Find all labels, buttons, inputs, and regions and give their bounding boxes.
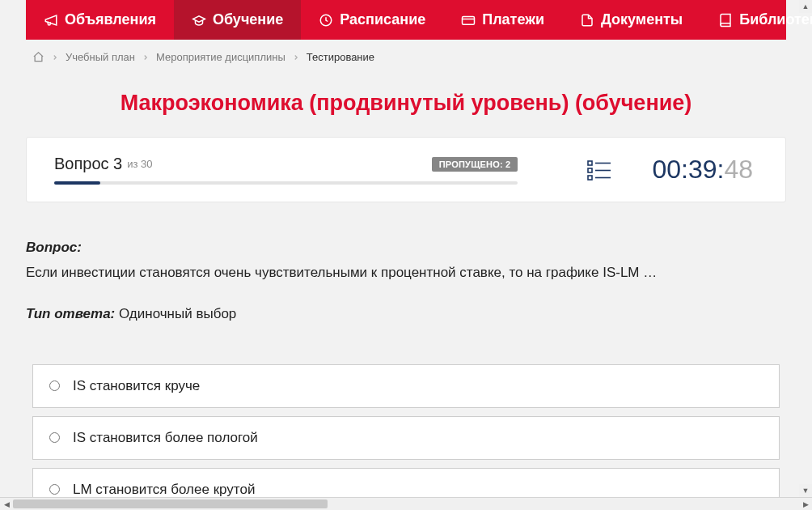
answer-type-label: Тип ответа: (26, 306, 115, 321)
svg-rect-4 (588, 176, 592, 180)
credit-card-icon (461, 13, 476, 28)
graduation-cap-icon (192, 13, 206, 28)
breadcrumb-testing: Тестирование (307, 51, 374, 63)
timer-ms: 48 (724, 155, 753, 184)
answer-radio[interactable] (49, 380, 60, 391)
page-title: Макроэкономика (продвинутый уровень) (об… (26, 91, 786, 116)
book-icon (718, 13, 733, 28)
timer: 00:39:48 (652, 155, 753, 185)
breadcrumb-separator (142, 53, 150, 62)
answer-radio[interactable] (49, 432, 60, 443)
nav-education[interactable]: Обучение (174, 0, 301, 40)
answer-text: IS становится более пологой (73, 430, 258, 446)
timer-minutes: 00 (652, 155, 681, 184)
breadcrumb-separator (51, 53, 59, 62)
document-icon (580, 13, 594, 28)
nav-label: Платежи (482, 11, 544, 28)
main-nav: Объявления Обучение Расписание Платежи Д… (26, 0, 786, 40)
nav-label: Документы (601, 11, 683, 28)
question-total: из 30 (127, 158, 152, 170)
page-scroll[interactable]: Объявления Обучение Расписание Платежи Д… (0, 0, 812, 497)
scrollbar-thumb[interactable] (13, 499, 328, 508)
svg-rect-3 (588, 168, 592, 172)
skipped-badge: ПРОПУЩЕНО: 2 (432, 157, 518, 172)
nav-label: Объявления (65, 11, 156, 28)
nav-label: Библиотека (739, 11, 812, 28)
answer-option[interactable]: LM становится более крутой (32, 468, 780, 498)
breadcrumb-separator (292, 53, 300, 62)
scrollbar-track[interactable] (13, 498, 799, 510)
breadcrumb-curriculum[interactable]: Учебный план (66, 51, 135, 63)
breadcrumb: Учебный план Мероприятие дисциплины Тест… (26, 40, 786, 74)
nav-schedule[interactable]: Расписание (301, 0, 443, 40)
scroll-up-arrow[interactable]: ▲ (799, 0, 812, 13)
test-status-panel: Вопрос 3 из 30 ПРОПУЩЕНО: 2 00:39:48 (26, 137, 786, 202)
svg-rect-2 (588, 161, 592, 165)
question-number: Вопрос 3 (54, 155, 122, 173)
progress-bar (54, 181, 518, 185)
question-section: Вопрос: Если инвестиции становятся очень… (26, 240, 786, 283)
clock-icon (319, 13, 333, 28)
scroll-left-arrow[interactable]: ◀ (0, 498, 13, 511)
nav-documents[interactable]: Документы (562, 0, 700, 40)
question-text: Если инвестиции становятся очень чувстви… (26, 262, 786, 283)
nav-library[interactable]: Библиотека (700, 0, 812, 40)
answer-type-value: Одиночный выбор (119, 306, 236, 321)
answer-text: IS становится круче (73, 378, 200, 394)
nav-label: Расписание (340, 11, 425, 28)
timer-seconds: 39 (688, 155, 717, 184)
answer-type-row: Тип ответа: Одиночный выбор (26, 306, 786, 322)
nav-payments[interactable]: Платежи (443, 0, 562, 40)
breadcrumb-discipline-event[interactable]: Мероприятие дисциплины (156, 51, 285, 63)
answer-option[interactable]: IS становится более пологой (32, 416, 780, 460)
answer-radio[interactable] (49, 484, 60, 495)
svg-rect-1 (463, 16, 475, 24)
scroll-down-arrow[interactable]: ▼ (799, 484, 812, 497)
megaphone-icon (44, 13, 58, 28)
scroll-right-arrow[interactable]: ▶ (799, 498, 812, 511)
answers-list: IS становится круче IS становится более … (32, 364, 780, 498)
home-icon[interactable] (32, 51, 44, 63)
progress-fill (54, 181, 100, 185)
nav-announcements[interactable]: Объявления (26, 0, 174, 40)
question-label: Вопрос: (26, 240, 786, 256)
answer-text: LM становится более крутой (73, 482, 255, 498)
answer-option[interactable]: IS становится круче (32, 364, 780, 408)
question-list-button[interactable] (587, 159, 611, 181)
nav-label: Обучение (213, 11, 283, 28)
horizontal-scrollbar[interactable]: ◀ ▶ (0, 497, 812, 510)
